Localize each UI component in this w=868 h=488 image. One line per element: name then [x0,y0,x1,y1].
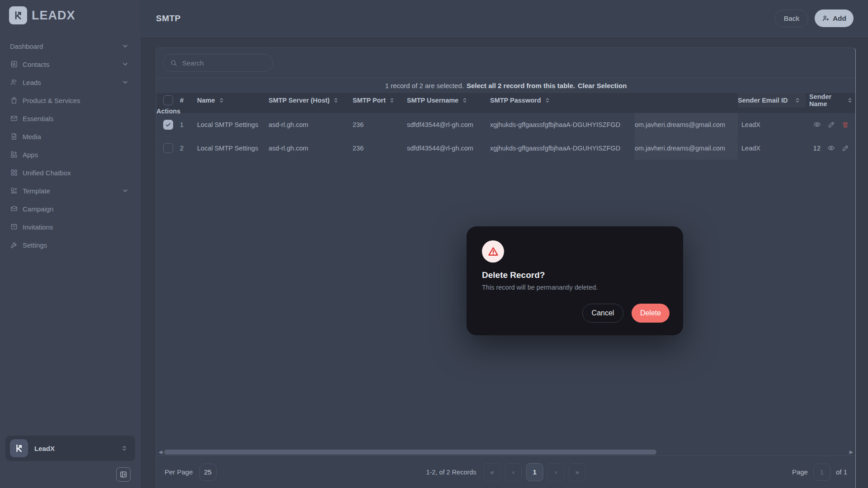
content: 1 record of 2 are selected. Select all 2… [141,37,868,488]
chevron-down-icon [122,42,129,50]
sidebar-item-apps[interactable]: Apps [0,145,141,164]
app-root: LEADX Dashboard Contacts Leads Product &… [0,0,868,488]
page-total: of 1 [836,468,847,476]
sort-icon [545,98,550,103]
prev-page-button[interactable]: ‹ [505,463,522,481]
sidebar-item-media[interactable]: Media [0,127,141,145]
view-icon[interactable] [813,121,821,128]
confirm-delete-button[interactable]: Delete [632,304,670,323]
next-page-button[interactable]: › [547,463,565,481]
file-icon [10,132,18,141]
brand: LEADX [0,0,141,27]
clear-selection-link[interactable]: Clear Selection [578,82,627,89]
column-header-port[interactable]: SMTP Port [353,97,407,104]
horizontal-scrollbar: ◀ ▶ [156,448,855,455]
select-all-link[interactable]: Select all 2 record from this table. [467,82,575,89]
workspace-logo-icon [10,439,28,457]
sidebar-item-contacts[interactable]: Contacts [0,55,141,73]
column-header-name[interactable]: Name [197,97,269,104]
delete-confirm-dialog: Delete Record? This record will be perma… [467,226,683,335]
sidebar-item-label: Media [23,133,41,141]
cell-name: Local SMTP Settings [197,145,269,152]
row-checkbox[interactable] [163,143,173,153]
sidebar-item-label: Contacts [23,61,49,68]
cell-username: sdfdf43544@rl-gh.com [407,121,490,128]
search-icon [170,59,178,67]
sidebar-item-leads[interactable]: Leads [0,73,141,91]
scrollbar-thumb[interactable] [164,450,656,455]
table-row: 1 Local SMTP Settings asd-rl.gh.com 236 … [156,113,855,136]
cancel-button[interactable]: Cancel [582,304,623,323]
leadx-logo-icon [9,6,27,24]
select-all-checkbox[interactable] [163,95,173,105]
first-page-button[interactable]: « [484,463,501,481]
sidebar-item-label: Settings [23,241,47,249]
sidebar-item-template[interactable]: Template [0,182,141,200]
scroll-left-arrow-icon[interactable]: ◀ [158,450,163,455]
table-header-row: # Name SMTP Server (Host) SMTP Port [156,93,855,113]
sidebar-item-invitations[interactable]: Invitations [0,218,141,236]
workspace-selector[interactable]: LeadX [5,436,135,461]
column-header-password[interactable]: SMTP Password [490,97,635,104]
workspace-name: LeadX [34,445,55,452]
back-button[interactable]: Back [775,9,808,27]
sidebar-item-unified-chatbox[interactable]: Unified Chatbox [0,164,141,182]
sort-icon [219,98,224,103]
chevron-down-icon [122,187,129,194]
scrollbar-track[interactable] [164,449,848,455]
inbox-icon [10,223,18,231]
cell-server: asd-rl.gh.com [269,121,353,128]
template-icon [10,187,18,195]
sidebar-item-label: Invitations [23,223,53,231]
cell-sender-email: om.javheri.dreams@gmail.com [635,136,738,160]
sidebar-item-label: Apps [23,151,38,159]
selection-status: 1 record of 2 are selected. [385,82,464,89]
sidebar-item-label: Essentials [23,115,53,122]
contacts-icon [10,60,18,68]
sort-icon [389,98,395,103]
per-page-select[interactable]: 25 [199,464,217,481]
sidebar-item-dashboard[interactable]: Dashboard [0,37,141,55]
sort-icon [462,98,467,103]
sidebar-item-settings[interactable]: Settings [0,236,141,254]
sidebar-item-essentials[interactable]: Essentials [0,109,141,127]
column-header-sender-name[interactable]: Sender Name [806,93,855,108]
edit-icon[interactable] [842,145,849,152]
row-checkbox[interactable] [163,120,173,130]
search-input[interactable] [182,59,272,67]
sort-icon [333,98,339,103]
page-number-input[interactable] [813,464,830,481]
edit-icon[interactable] [828,121,835,128]
grid-dots-icon [10,169,18,177]
column-header-index: # [180,97,197,104]
table-footer: Per Page 25 1-2, of 2 Records « ‹ 1 › » [156,455,855,488]
column-header-sender-email[interactable]: Sender Email ID [738,93,806,108]
topbar: SMTP Back Add [141,0,868,37]
sidebar: LEADX Dashboard Contacts Leads Product &… [0,0,141,488]
collapse-sidebar-button[interactable] [116,467,131,482]
last-page-button[interactable]: » [569,463,586,481]
cell-index: 2 [180,145,197,152]
dialog-message: This record will be permanantly deleted. [482,284,668,291]
current-page-button[interactable]: 1 [526,463,543,481]
view-icon[interactable] [827,144,835,152]
wrench-icon [10,241,18,249]
delete-icon[interactable] [842,121,849,128]
chevron-down-icon [122,79,129,86]
sidebar-footer: LeadX [0,436,141,488]
records-summary: 1-2, of 2 Records [426,469,476,476]
sidebar-item-product-services[interactable]: Product & Services [0,91,141,109]
add-button[interactable]: Add [815,9,854,27]
cell-server: asd-rl.gh.com [269,145,353,152]
scroll-right-arrow-icon[interactable]: ▶ [849,450,854,455]
cell-sender-email: om.javheri.dreams@gmail.com [635,113,738,136]
page-label: Page [792,468,808,476]
cell-actions [806,113,855,136]
leads-icon [10,78,18,86]
brand-wordmark: LEADX [32,9,75,23]
actions-note: 12 [813,145,821,152]
mail-icon [10,114,18,122]
sidebar-item-campaign[interactable]: Campaign [0,200,141,218]
column-header-server[interactable]: SMTP Server (Host) [269,97,353,104]
column-header-username[interactable]: SMTP Username [407,97,490,104]
